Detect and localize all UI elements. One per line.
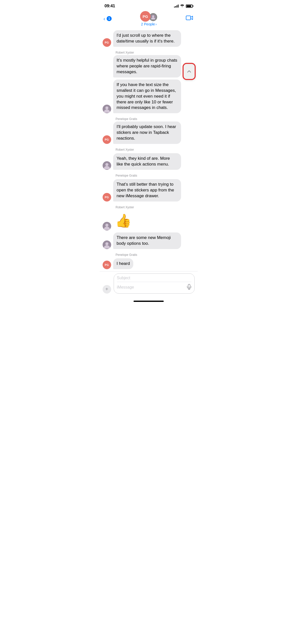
sender-name: Robert Xyster (116, 206, 195, 209)
avatar-pg: PG (140, 11, 151, 22)
battery-icon (186, 5, 193, 8)
avatars-row: PG (140, 11, 158, 22)
group-name[interactable]: 2 People › (141, 22, 157, 26)
message-row: Penelope Gratis PG I'll probably update … (103, 117, 195, 144)
subject-input[interactable]: Subject (117, 276, 191, 282)
home-indicator (100, 299, 198, 303)
message-bubble-emoji: 👍 (113, 211, 134, 230)
wifi-icon (180, 4, 184, 8)
avatar: PG (103, 193, 111, 202)
message-bubble: Yeah, they kind of are. More like the qu… (113, 153, 181, 170)
message-bubble: There are some new Memoji body options t… (113, 232, 181, 249)
avatar: PG (103, 38, 111, 47)
message-bubble: That's still better than trying to open … (113, 179, 181, 202)
back-chevron-icon: ‹ (104, 16, 105, 22)
status-icons (174, 4, 193, 8)
svg-point-1 (152, 15, 154, 17)
avatar (103, 105, 111, 113)
sender-name: Penelope Gratis (116, 253, 195, 257)
message-row: There are some new Memoji body options t… (103, 232, 195, 249)
sender-name: Penelope Gratis (116, 117, 137, 121)
message-row: Yeah, they kind of are. More like the qu… (103, 153, 195, 170)
status-time: 09:41 (105, 4, 115, 9)
avatar (103, 222, 111, 230)
svg-point-10 (105, 242, 108, 245)
message-row: PG That's still better than trying to op… (103, 179, 195, 202)
message-bubble: I'd just scroll up to where the date/tim… (113, 30, 181, 47)
chat-header-center: PG 2 People › (140, 11, 158, 26)
back-badge: 1 (107, 16, 112, 21)
sender-name: Robert Xyster (116, 148, 195, 151)
svg-rect-2 (186, 16, 191, 20)
messages-area: PG I'd just scroll up to where the date/… (100, 28, 198, 271)
message-bubble: I heard (113, 258, 134, 269)
signal-icon (174, 5, 179, 8)
avatar: PG (103, 135, 111, 144)
imessage-placeholder: iMessage (117, 285, 134, 290)
input-area: + Subject iMessage (100, 271, 198, 299)
avatar (103, 161, 111, 170)
add-button[interactable]: + (103, 285, 111, 294)
scroll-to-top-button[interactable] (183, 63, 196, 80)
microphone-icon[interactable] (187, 284, 191, 291)
message-row: Robert Xyster It's mostly helpful in gro… (103, 51, 195, 77)
nav-header: ‹ 1 PG 2 People › (100, 10, 198, 28)
sender-name: Robert Xyster (116, 51, 134, 54)
back-button[interactable]: ‹ 1 (104, 16, 112, 22)
message-row: If you have the text size the smallest i… (103, 79, 195, 113)
svg-point-6 (105, 163, 108, 166)
message-input-container[interactable]: Subject iMessage (114, 273, 195, 294)
status-bar: 09:41 (100, 0, 198, 10)
message-row: PG I heard (103, 258, 195, 269)
message-bubble: If you have the text size the smallest i… (113, 79, 181, 113)
message-bubble: I'll probably update soon. I hear sticke… (113, 122, 181, 144)
home-bar (134, 301, 164, 302)
svg-rect-11 (188, 284, 190, 288)
message-row: 👍 (103, 211, 195, 230)
avatar: PG (103, 261, 111, 269)
message-bubble: It's mostly helpful in group chats where… (113, 55, 181, 77)
sender-name: Penelope Gratis (116, 174, 195, 177)
svg-point-8 (105, 224, 108, 227)
message-row: PG I'd just scroll up to where the date/… (103, 30, 195, 47)
svg-point-4 (105, 106, 108, 109)
avatar (103, 240, 111, 249)
video-call-button[interactable] (186, 15, 193, 22)
